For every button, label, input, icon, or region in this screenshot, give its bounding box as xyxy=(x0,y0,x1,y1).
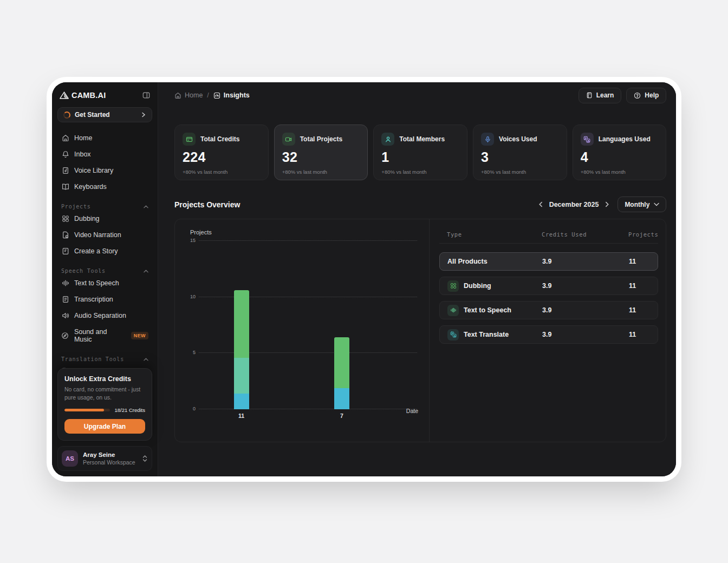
next-month-icon[interactable] xyxy=(604,201,610,207)
bar-stack[interactable] xyxy=(334,337,349,409)
select-chevrons-icon xyxy=(142,455,148,462)
question-circle-icon xyxy=(634,92,641,99)
sidebar: CAMB.AI Get Started Home Inbox Voic xyxy=(52,82,158,476)
stat-card-total-credits[interactable]: Total Credits 224 +80% vs last month xyxy=(174,125,269,180)
home-icon xyxy=(174,92,181,99)
mountain-logo-icon xyxy=(60,91,69,99)
sidebar-item-keyboards[interactable]: Keyboards xyxy=(57,180,152,194)
y-tick-label: 5 xyxy=(186,350,196,355)
table-row-text-to-speech[interactable]: Text to Speech 3.9 11 xyxy=(439,301,658,319)
get-started-button[interactable]: Get Started xyxy=(57,107,152,122)
stat-delta: +80% vs last month xyxy=(481,169,559,175)
speaker-icon xyxy=(61,312,69,319)
dubbing-icon xyxy=(61,215,69,222)
date-navigator: December 2025 xyxy=(538,201,610,208)
unlock-credits-card: Unlock Extra Credits No card, no commitm… xyxy=(57,368,152,441)
col-type: Type xyxy=(447,231,542,238)
chevron-up-icon xyxy=(144,205,148,208)
microphone-icon xyxy=(481,133,494,146)
workspace-switcher[interactable]: AS Aray Seine Personal Workspace xyxy=(57,446,152,471)
stat-value: 4 xyxy=(581,149,659,165)
section-translation-tools[interactable]: Translation Tools xyxy=(57,354,152,363)
progress-arc-icon xyxy=(63,112,70,119)
table-row-text-translate[interactable]: Text Translate 3.9 11 xyxy=(439,325,658,344)
bar-stack[interactable] xyxy=(234,290,249,409)
stat-value: 3 xyxy=(481,149,559,165)
sidebar-item-home[interactable]: Home xyxy=(57,131,152,145)
sidebar-item-video-narration[interactable]: Video Narration xyxy=(57,228,152,242)
home-icon xyxy=(61,134,69,142)
sidebar-item-inbox[interactable]: Inbox xyxy=(57,147,152,161)
speech-tools-nav: Text to Speech Transcription Audio Separ… xyxy=(57,276,152,346)
learn-button[interactable]: Learn xyxy=(578,88,622,103)
stat-card-languages-used[interactable]: Languages Used 4 +80% vs last month xyxy=(573,125,667,180)
table-row-all-products[interactable]: All Products 3.9 11 xyxy=(439,252,658,271)
chart-plot: 051015117 xyxy=(199,241,417,409)
sidebar-item-transcription[interactable]: Transcription xyxy=(57,292,152,306)
sidebar-item-voice-library[interactable]: Voice Library xyxy=(57,163,152,178)
compass-icon xyxy=(61,332,69,339)
stat-card-voices-used[interactable]: Voices Used 3 +80% vs last month xyxy=(473,125,567,180)
open-book-icon xyxy=(61,183,69,191)
stat-cards: Total Credits 224 +80% vs last month Tot… xyxy=(158,108,676,180)
sidebar-item-text-to-speech[interactable]: Text to Speech xyxy=(57,276,152,290)
x-tick-label: 11 xyxy=(238,413,244,419)
section-speech-tools[interactable]: Speech Tools xyxy=(57,266,152,275)
stat-delta: +80% vs last month xyxy=(581,169,659,175)
collapse-sidebar-icon[interactable] xyxy=(142,91,150,99)
sidebar-item-label: Video Narration xyxy=(74,231,121,239)
stat-card-total-projects[interactable]: Total Projects 32 +80% vs last month xyxy=(274,125,368,180)
breadcrumb-insights[interactable]: Insights xyxy=(213,91,250,99)
stat-delta: +80% vs last month xyxy=(282,169,360,175)
col-projects: Projects xyxy=(628,231,658,238)
sidebar-item-create-story[interactable]: Create a Story xyxy=(57,244,152,258)
stat-delta: +80% vs last month xyxy=(381,169,459,175)
upsell-title: Unlock Extra Credits xyxy=(64,375,145,383)
new-badge: NEW xyxy=(131,332,148,339)
gridline: 5 xyxy=(199,352,417,353)
granularity-dropdown[interactable]: Monthly xyxy=(618,197,666,212)
video-camera-icon xyxy=(282,133,295,146)
sidebar-item-dubbing[interactable]: Dubbing xyxy=(57,212,152,226)
breadcrumb-separator: / xyxy=(207,91,209,99)
notebook-icon xyxy=(586,92,593,99)
stat-value: 1 xyxy=(381,149,459,165)
bar-segment-segment-green xyxy=(234,290,249,357)
y-tick-label: 15 xyxy=(186,238,196,243)
projects-nav: Dubbing Video Narration Create a Story xyxy=(57,212,152,258)
sidebar-item-label: Audio Separation xyxy=(74,312,126,319)
table-row-dubbing[interactable]: Dubbing 3.9 11 xyxy=(439,277,658,295)
dubbing-icon xyxy=(447,280,459,292)
stat-value: 224 xyxy=(183,149,261,165)
sidebar-item-sound-and-music[interactable]: Sound and Music NEW xyxy=(57,325,152,346)
user-name: Aray Seine xyxy=(83,451,137,459)
workspace-name: Personal Workspace xyxy=(83,459,137,466)
y-tick-label: 10 xyxy=(186,294,196,299)
stat-card-total-members[interactable]: Total Members 1 +80% vs last month xyxy=(373,125,467,180)
breadcrumb-home[interactable]: Home xyxy=(174,91,203,99)
bar-segment-segment-blue xyxy=(334,388,349,409)
prev-month-icon[interactable] xyxy=(538,201,544,207)
overview-title: Projects Overview xyxy=(174,200,240,209)
bell-icon xyxy=(61,150,69,158)
person-icon xyxy=(381,133,394,146)
main-content: Home / Insights Learn Help xyxy=(158,82,676,476)
period-label: December 2025 xyxy=(549,201,599,208)
help-button[interactable]: Help xyxy=(626,88,666,103)
document-icon xyxy=(61,296,69,303)
sidebar-item-label: Inbox xyxy=(74,150,91,158)
story-book-icon xyxy=(61,247,69,255)
section-projects[interactable]: Projects xyxy=(57,201,152,211)
sidebar-item-audio-separation[interactable]: Audio Separation xyxy=(57,309,152,323)
upgrade-plan-button[interactable]: Upgrade Plan xyxy=(64,419,145,434)
bar-segment-segment-green xyxy=(334,337,349,388)
sidebar-item-label: Voice Library xyxy=(74,167,113,174)
topbar: Home / Insights Learn Help xyxy=(158,82,676,108)
upsell-body: No card, no commitment - just pure usage… xyxy=(64,385,145,402)
chevron-up-icon xyxy=(144,358,148,361)
sidebar-item-label: Sound and Music xyxy=(74,328,126,343)
brand-name: CAMB.AI xyxy=(72,91,106,100)
sidebar-item-label: Transcription xyxy=(74,296,113,303)
projects-chart: Projects 051015117 Date xyxy=(175,219,430,442)
chevron-down-icon xyxy=(654,202,659,206)
